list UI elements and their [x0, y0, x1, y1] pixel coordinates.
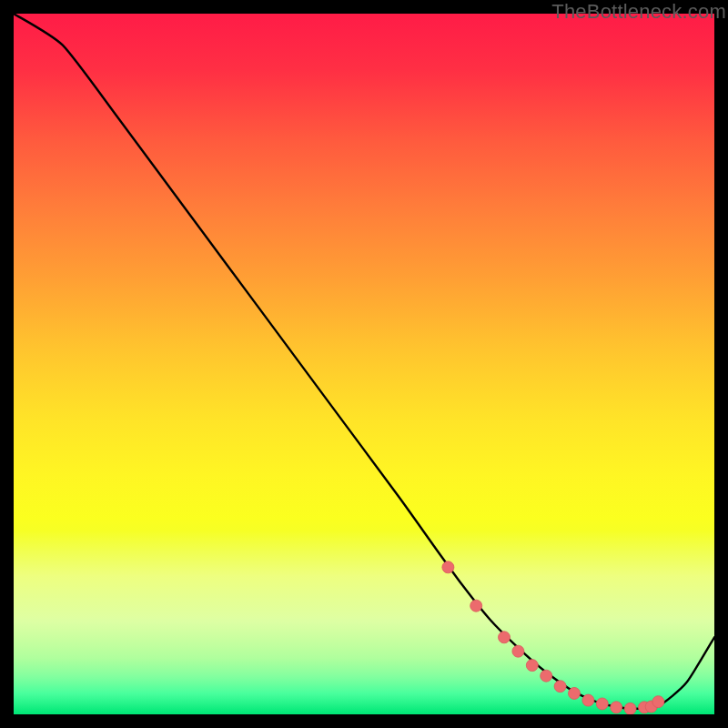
chart-frame [14, 14, 714, 714]
curve-layer [14, 14, 714, 714]
marker-point [569, 687, 581, 699]
marker-point [611, 702, 622, 713]
marker-point [526, 660, 538, 672]
watermark-text: TheBottleneck.com [551, 0, 726, 24]
highlight-markers [442, 561, 664, 714]
marker-point [541, 670, 552, 682]
marker-point [442, 561, 454, 573]
marker-point [499, 632, 511, 643]
marker-point [624, 703, 636, 714]
marker-point [554, 681, 566, 693]
marker-point [596, 698, 608, 710]
marker-point [512, 645, 524, 657]
marker-point [582, 694, 594, 706]
marker-point [652, 696, 664, 708]
bottleneck-curve [14, 14, 714, 709]
marker-point [470, 600, 482, 612]
